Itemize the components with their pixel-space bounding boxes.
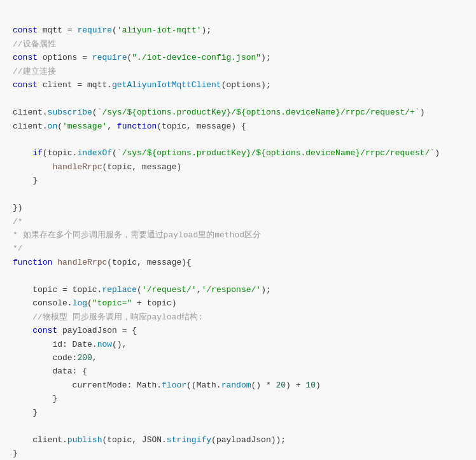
line-1: const mqtt = require('aliyun-iot-mqtt'); — [13, 25, 211, 35]
line-22: //物模型 同步服务调用，响应payload结构: — [13, 312, 203, 322]
line-2: //设备属性 — [13, 39, 56, 49]
line-4: //建立连接 — [13, 67, 56, 76]
line-14: }) — [13, 203, 23, 213]
line-5: const client = mqtt.getAliyunIotMqttClie… — [13, 80, 271, 90]
line-15: /* — [13, 217, 23, 227]
line-10: if(topic.indexOf(`/sys/${options.product… — [13, 148, 440, 158]
line-18: function handleRrpc(topic, message){ — [13, 258, 192, 267]
code-block: const mqtt = require('aliyun-iot-mqtt');… — [13, 10, 463, 460]
line-12: } — [13, 176, 38, 185]
line-23: const payloadJson = { — [13, 326, 137, 335]
line-27: currentMode: Math.floor((Math.random() *… — [13, 380, 321, 390]
line-26: data: { — [13, 366, 87, 376]
line-16: * 如果存在多个同步调用服务，需要通过payload里的method区分 — [13, 230, 261, 240]
line-32: } — [13, 449, 18, 458]
line-17: */ — [13, 244, 23, 253]
line-20: topic = topic.replace('/request/','/resp… — [13, 285, 271, 295]
line-11: handleRrpc(topic, message) — [13, 162, 181, 172]
line-31: client.publish(topic, JSON.stringify(pay… — [13, 435, 286, 445]
line-25: code:200, — [13, 353, 97, 363]
line-7: client.subscribe(`/sys/${options.product… — [13, 108, 425, 117]
line-29: } — [13, 408, 38, 417]
line-21: console.log("topic=" + topic) — [13, 298, 176, 308]
line-8: client.on('message', function(topic, mes… — [13, 122, 246, 131]
line-24: id: Date.now(), — [13, 340, 127, 349]
code-container: const mqtt = require('aliyun-iot-mqtt');… — [0, 0, 476, 460]
line-3: const options = require("./iot-device-co… — [13, 53, 271, 62]
line-28: } — [13, 394, 57, 403]
